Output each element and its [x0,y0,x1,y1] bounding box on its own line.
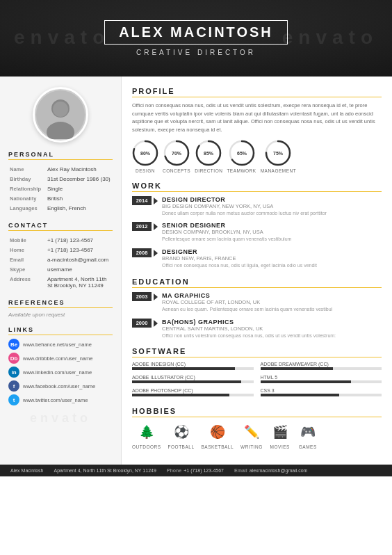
link-url: www.facebook.com/user_name [23,383,95,389]
contact-title: CONTACT [8,222,113,231]
svg-text:70%: 70% [172,151,182,156]
education-title: EDUCATION [132,278,382,288]
svg-text:75%: 75% [273,151,284,156]
software-item: CSS 3 [261,388,382,396]
footer-phone-value: +1 (718) 123-4567 [183,468,224,473]
link-icon-tw: t [8,394,19,405]
left-watermark: envato [8,411,113,426]
hobby-item: 🎬 MOVIES [270,421,291,449]
personal-row: NationalityBritish [10,194,111,202]
header: envato envato ALEX MACINTOSH CREATIVE DI… [0,0,392,77]
software-name: ADOBE ILLUSTRATOR (CC) [132,375,254,380]
personal-field-value: 31st December 1986 (30) [47,175,111,183]
link-icon-li: in [8,367,19,378]
software-bar [261,380,352,383]
hobby-label: MOVIES [270,444,290,449]
link-item[interactable]: t www.twitter.com/user_name [8,394,113,405]
link-item[interactable]: Be www.behance.net/user_name [8,339,113,350]
work-list: 2014 DESIGN DIRECTOR BIG DESIGN COMPANY,… [132,196,382,269]
skill-circle: 70% [163,140,190,166]
contact-field-value: +1 (718) 123-4567 [47,246,111,254]
hobby-icon: ⚽ [171,421,192,442]
personal-field-value: Alex Ray Macintosh [47,165,111,173]
software-bar-bg [132,394,254,396]
link-url: www.linkedin.com/user_name [23,369,92,376]
contact-field-label: Address [10,275,46,289]
link-item[interactable]: Db www.dribbble.com/user_name [8,353,113,364]
links-section: LINKS Be www.behance.net/user_name Db ww… [8,326,113,405]
personal-field-value: Single [47,184,111,193]
hobbies-section: HOBBIES 🌲 OUTDOORS ⚽ FOOTBALL 🏀 BASKETBA… [132,407,382,449]
link-url: www.dribbble.com/user_name [23,355,92,362]
profile-text: Offici non consequas nosa nus, odis ut u… [132,102,382,134]
footer-email-label: Email [234,468,247,473]
work-year-wrap: 2008 [132,248,158,269]
skill-item: 65% TEAMWORK [227,140,256,173]
hobby-item: 🏀 BASKETBALL [202,421,234,449]
personal-row: RelationshipSingle [10,184,111,193]
software-bar-bg [132,380,254,383]
personal-row: LanguagesEnglish, French [10,204,111,212]
skill-item: 85% DIRECTION [195,140,222,173]
link-icon-be: Be [8,339,19,350]
personal-field-label: Birthday [10,175,46,183]
link-item[interactable]: in www.linkedin.com/user_name [8,367,113,378]
footer-phone-label: Phone [167,468,181,473]
references-title: REFERENCES [8,299,113,308]
hobby-label: WRITING [240,444,263,449]
software-name: ADOBE PHOTOSHOP (CC) [132,388,254,393]
svg-text:80%: 80% [140,151,151,156]
work-year-wrap: 2014 [132,196,158,217]
software-item: ADOBE DREAMWEAVER (CC) [261,362,382,370]
skill-circle: 65% [229,140,255,166]
software-section: SOFTWARE ADOBE INDESIGN (CC) ADOBE DREAM… [132,347,382,399]
right-column: PROFILE Offici non consequas nosa nus, o… [122,77,392,465]
personal-field-label: Languages [10,204,46,212]
work-content: MA GRAPHICS ROYAL COLLEGE OF ART, LONDON… [162,292,382,313]
contact-field-label: Email [10,255,46,264]
personal-table: NameAlex Ray MacintoshBirthday31st Decem… [8,163,113,214]
work-arrow [154,198,158,204]
work-company: BIG DESIGN COMPANY, NEW YORK, NY, USA [162,203,382,209]
contact-field-label: Skype [10,265,46,273]
watermark-left: envato [14,26,110,49]
avatar-wrap [8,87,113,143]
education-section: EDUCATION 2003 MA GRAPHICS ROYAL COLLEGE… [132,278,382,339]
work-title-text: DESIGN DIRECTOR [162,196,382,203]
profile-section: PROFILE Offici non consequas nosa nus, o… [132,87,382,173]
skill-label: TEAMWORK [227,168,256,173]
work-desc: Donec ullam corpor nulla non metus aucto… [162,210,382,217]
software-item: ADOBE INDESIGN (CC) [132,362,254,370]
software-name: HTML 5 [261,375,382,380]
skill-label: MANAGEMENT [261,168,297,173]
work-title-text: DESIGNER [162,248,382,255]
personal-field-label: Name [10,165,46,173]
software-bar-bg [132,367,254,370]
link-item[interactable]: f www.facebook.com/user_name [8,380,113,392]
hobby-label: BASKETBALL [202,444,234,449]
work-content: BA(HONS) GRAPHICS CENTRAL SAINT MARTINS,… [162,319,382,339]
skill-item: 80% DESIGN [132,140,158,173]
skill-circle: 80% [132,140,158,166]
footer-address-value: Apartment 4, North 11th St Brooklyn, NY … [54,468,156,473]
software-grid: ADOBE INDESIGN (CC) ADOBE DREAMWEAVER (C… [132,362,382,399]
work-arrow [154,223,158,230]
hobby-item: ⚽ FOOTBALL [168,421,195,449]
link-url: www.behance.net/user_name [23,341,92,348]
contact-field-label: Home [10,246,46,254]
work-content: SENIOR DESIGNER DESIGN COMPANY, BROOKLYN… [162,222,382,243]
personal-title: PERSONAL [8,151,113,160]
personal-row: NameAlex Ray Macintosh [10,165,111,173]
work-year-wrap: 2000 [132,319,158,339]
work-item: 2000 BA(HONS) GRAPHICS CENTRAL SAINT MAR… [132,319,382,339]
link-url: www.twitter.com/user_name [23,397,88,403]
footer-email: Email alexmacintosh@gmail.com [234,468,307,473]
contact-field-value: a-macintosh@gmail.com [47,255,111,264]
work-item: 2003 MA GRAPHICS ROYAL COLLEGE OF ART, L… [132,292,382,313]
hobby-item: ✏️ WRITING [240,421,263,449]
work-desc: Offici non untis volestrum consequas nos… [162,332,382,339]
avatar [33,87,88,143]
contact-table: Mobile+1 (718) 123-4567Home+1 (718) 123-… [8,234,113,291]
work-title-text: SENIOR DESIGNER [162,222,382,229]
software-item: ADOBE PHOTOSHOP (CC) [132,388,254,396]
